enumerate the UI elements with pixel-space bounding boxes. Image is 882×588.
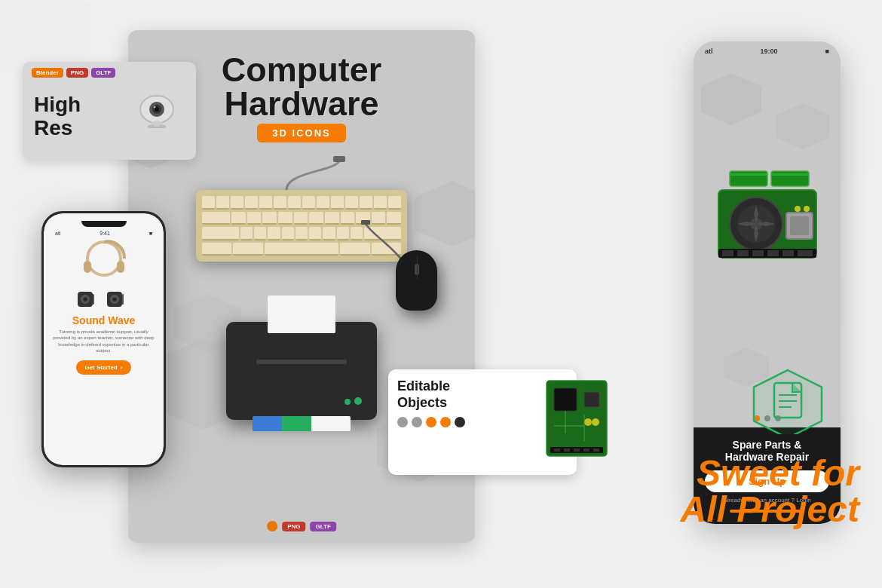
color-swatch-3 [426,417,436,427]
svg-rect-55 [583,449,590,452]
svg-rect-9 [333,156,345,162]
color-swatch-2 [412,417,422,427]
phone-mockup: atl 9:41 ■ [41,211,166,467]
high-res-text: HighRes [34,93,124,140]
svg-rect-25 [730,173,767,176]
phone-wave-title: Sound Wave [51,314,156,326]
svg-rect-18 [93,294,94,305]
svg-rect-42 [798,250,813,256]
phone-screen: atl 9:41 ■ [44,213,164,465]
page-wrapper: Blender PNG GLTF HighRes [0,0,882,588]
mouse-area [396,250,437,311]
svg-point-4 [153,106,155,109]
phone-wave-desc: Tutoring is private academic support, us… [51,329,156,354]
mobile-app-card: atl 19:00 ■ [694,41,841,524]
color-swatch-5 [455,417,465,427]
svg-rect-38 [737,250,749,256]
printer-area [226,322,377,420]
gltf-badge: GLTF [91,68,115,78]
keyboard-cable [226,156,377,194]
svg-rect-41 [782,250,794,256]
color-swatch-4 [440,417,451,427]
svg-point-17 [84,299,86,301]
phone-notch [81,221,127,227]
webcam-icon [124,88,185,133]
svg-rect-40 [767,250,779,256]
high-res-card: Blender PNG GLTF HighRes [23,62,196,160]
svg-rect-52 [554,449,560,452]
svg-rect-33 [790,216,809,235]
get-started-button[interactable]: Get Started › [76,360,132,375]
poster-3d-icons-badge: 3D ICONS [257,124,345,142]
printer-image [226,322,377,420]
headphones-icon [51,240,156,284]
app-status-bar: atl 19:00 ■ [694,41,841,58]
svg-rect-7 [155,121,159,127]
svg-rect-23 [122,294,124,305]
svg-rect-44 [554,388,577,411]
circuit-board-icon [543,373,611,467]
mouse-image [396,250,437,311]
svg-rect-56 [593,449,599,452]
png-badge: PNG [66,68,88,78]
svg-rect-12 [84,261,91,273]
sweet-for-all-project: Sweet for All Project [681,455,859,528]
svg-rect-10 [361,220,370,225]
svg-point-11 [87,242,121,275]
app-hardware-display [694,58,841,409]
svg-marker-57 [754,370,822,434]
file-hex-svg [750,366,825,434]
file-icon-hex [750,366,825,437]
svg-point-46 [584,418,592,426]
color-swatch-1 [397,417,408,427]
editable-objects-card: EditableObjects [388,369,577,475]
phone-status-bar: atl 9:41 ■ [51,231,156,236]
svg-rect-37 [722,250,733,256]
svg-rect-45 [584,392,599,407]
svg-rect-27 [771,173,809,176]
poster-png-badge: PNG [282,522,305,531]
svg-point-47 [592,418,599,426]
gpu-svg [707,167,828,288]
svg-point-34 [795,206,801,212]
svg-rect-54 [574,449,580,452]
svg-rect-53 [564,449,570,452]
poster-format-badges: PNG GLTF [267,521,336,531]
svg-point-22 [113,299,115,301]
speakers-icon [51,288,156,311]
svg-point-35 [804,206,810,212]
sweet-text: Sweet for All Project [681,455,859,528]
svg-rect-39 [752,250,764,256]
poster-gltf-badge: GLTF [311,522,336,531]
svg-rect-13 [117,261,124,273]
blender-badge: Blender [32,68,63,78]
